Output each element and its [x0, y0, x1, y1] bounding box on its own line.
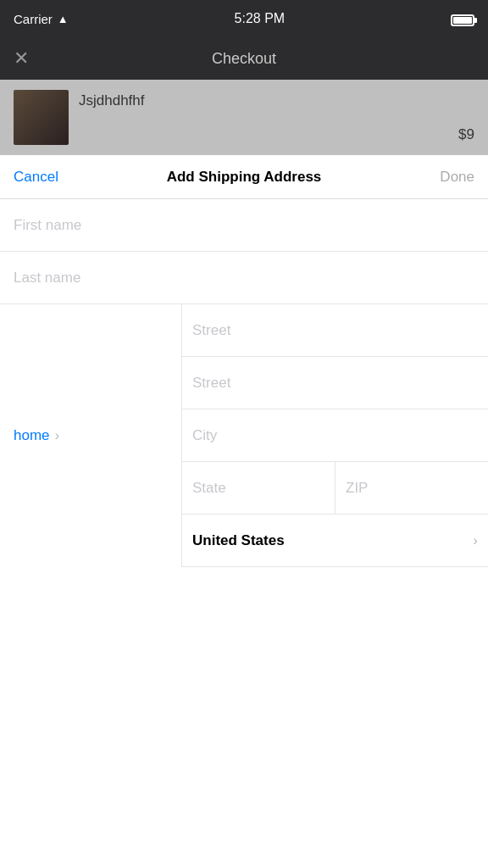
street2-row — [182, 357, 488, 409]
nav-title: Checkout — [212, 50, 276, 68]
state-input[interactable] — [192, 480, 324, 497]
last-name-row — [0, 252, 488, 304]
status-bar-left: Carrier ▲ — [14, 12, 69, 26]
city-row — [182, 409, 488, 462]
battery-indicator — [451, 12, 474, 26]
product-thumbnail — [14, 90, 69, 145]
cancel-button[interactable]: Cancel — [14, 169, 58, 186]
status-bar-time: 5:28 PM — [235, 11, 286, 26]
product-name: Jsjdhdhfhf — [79, 92, 474, 109]
state-zip-row — [182, 462, 488, 515]
address-left-sidebar: home › — [0, 304, 182, 567]
country-label: United States — [192, 532, 473, 549]
home-row[interactable]: home › — [14, 427, 59, 444]
street1-row — [182, 304, 488, 357]
zip-field — [336, 462, 488, 514]
home-chevron-icon: › — [55, 427, 60, 444]
first-name-row — [0, 199, 488, 252]
zip-input[interactable] — [346, 480, 478, 497]
product-row: Jsjdhdhfhf $9 — [0, 80, 488, 155]
city-input[interactable] — [192, 427, 478, 444]
address-split: home › United States › — [0, 304, 488, 567]
country-row[interactable]: United States › — [182, 515, 488, 567]
product-info: Jsjdhdhfhf $9 — [79, 92, 474, 143]
carrier-label: Carrier — [14, 12, 53, 26]
status-bar: Carrier ▲ 5:28 PM — [0, 0, 488, 37]
address-header: Cancel Add Shipping Address Done — [0, 155, 488, 199]
state-field — [182, 462, 336, 514]
first-name-input[interactable] — [14, 217, 474, 234]
street2-input[interactable] — [192, 375, 478, 392]
street1-input[interactable] — [192, 322, 478, 339]
country-chevron-icon: › — [473, 532, 478, 549]
done-button[interactable]: Done — [440, 169, 474, 186]
close-button[interactable]: ✕ — [14, 47, 29, 70]
wifi-icon: ▲ — [58, 13, 69, 25]
last-name-input[interactable] — [14, 270, 474, 287]
nav-bar: ✕ Checkout — [0, 37, 488, 80]
address-header-title: Add Shipping Address — [167, 169, 322, 186]
product-price: $9 — [458, 126, 474, 143]
address-fields-right: United States › — [182, 304, 488, 567]
home-label: home — [14, 427, 50, 444]
name-fields — [0, 199, 488, 304]
